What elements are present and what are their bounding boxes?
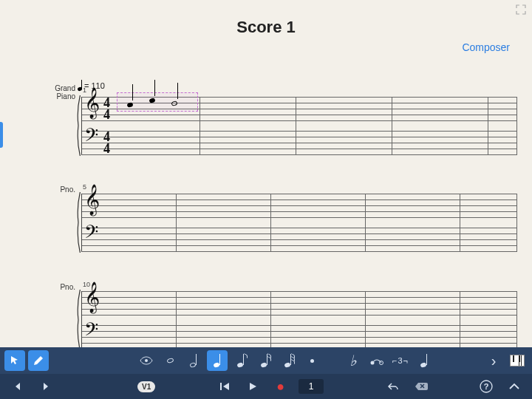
play-button[interactable] — [242, 376, 263, 397]
accent-button[interactable]: › — [483, 350, 504, 371]
sixteenth-note-button[interactable] — [254, 350, 275, 371]
bass-staff[interactable]: 𝄢 — [81, 325, 517, 347]
time-signature[interactable]: 44 — [103, 97, 110, 120]
tie-button[interactable] — [366, 350, 387, 371]
treble-clef-icon: 𝄞 — [84, 186, 100, 213]
bass-staff[interactable]: 𝄢 44 — [81, 131, 517, 154]
rest-button[interactable] — [414, 350, 434, 371]
whole-note-button[interactable] — [160, 350, 180, 371]
quarter-note-icon — [78, 80, 82, 91]
eighth-note-button[interactable] — [231, 350, 251, 371]
prev-page-button[interactable] — [7, 376, 28, 397]
side-panel-tab[interactable] — [0, 122, 3, 148]
delete-button[interactable] — [411, 376, 432, 397]
svg-text:?: ? — [484, 382, 489, 391]
collapse-button[interactable] — [504, 376, 525, 397]
brace-icon — [75, 192, 81, 253]
bass-clef-icon: 𝄢 — [84, 321, 98, 343]
treble-staff[interactable]: 𝄞 — [81, 291, 517, 315]
thirtysecond-note-button[interactable] — [278, 350, 299, 371]
bass-staff[interactable]: 𝄢 — [81, 228, 517, 251]
treble-clef-icon: 𝄞 — [84, 89, 100, 116]
pointer-tool-button[interactable] — [4, 350, 25, 371]
tuplet-button[interactable]: ⌐3¬ — [390, 350, 411, 371]
quarter-note-button[interactable] — [207, 350, 228, 371]
help-button[interactable]: ? — [476, 376, 497, 397]
piano-icon — [510, 355, 525, 366]
bass-clef-icon: 𝄢 — [84, 126, 98, 149]
record-button[interactable]: ● — [270, 376, 291, 397]
svg-rect-3 — [220, 383, 222, 390]
instrument-label[interactable]: Pno. — [37, 185, 75, 194]
bass-clef-icon: 𝄢 — [84, 223, 98, 245]
dot-button[interactable] — [301, 350, 322, 371]
piano-keyboard-button[interactable] — [507, 350, 528, 371]
treble-clef-icon: 𝄞 — [84, 284, 100, 310]
note-entry-toolbar: ♭ ⌐3¬ › — [0, 347, 532, 374]
instrument-label[interactable]: Grand Piano — [37, 84, 75, 100]
svg-point-0 — [145, 359, 148, 362]
treble-staff[interactable]: 𝄞 44 — [81, 97, 517, 120]
undo-button[interactable] — [383, 376, 403, 397]
treble-staff[interactable]: 𝄞 — [81, 194, 517, 217]
brace-icon — [75, 290, 81, 347]
version-badge[interactable]: V1 — [137, 381, 155, 392]
transport-toolbar: V1 ● 1 ? — [0, 374, 532, 399]
rewind-button[interactable] — [214, 376, 235, 397]
pencil-tool-button[interactable] — [28, 350, 49, 371]
time-signature[interactable]: 44 — [103, 131, 110, 154]
next-page-button[interactable] — [35, 376, 56, 397]
measure-counter[interactable]: 1 — [299, 379, 324, 394]
composer-field[interactable]: Composer — [462, 41, 510, 53]
instrument-label[interactable]: Pno. — [37, 283, 75, 291]
brace-icon — [75, 95, 81, 156]
expand-icon[interactable] — [516, 4, 526, 15]
score-title[interactable]: Score 1 — [0, 18, 532, 37]
flat-button[interactable]: ♭ — [343, 350, 364, 371]
score-canvas[interactable]: Score 1 Composer = 110 Grand Piano 1 𝄞 4… — [0, 0, 532, 347]
half-note-button[interactable] — [183, 350, 204, 371]
visibility-toggle-button[interactable] — [136, 350, 157, 371]
